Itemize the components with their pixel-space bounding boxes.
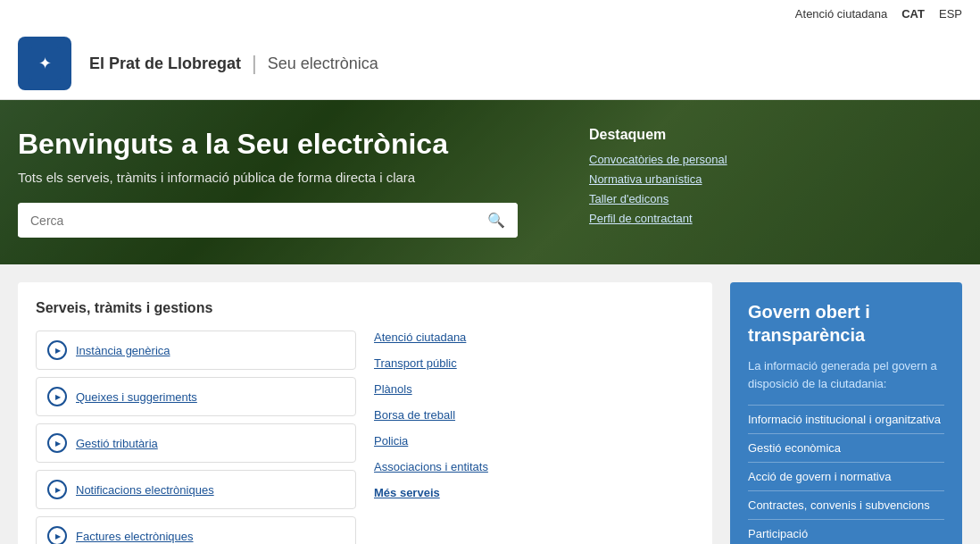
destaquem-list: Convocatòries de personal Normativa urba… (589, 152, 768, 225)
city-name: El Prat de Llobregat (89, 54, 241, 73)
right-link-4[interactable]: Policia (374, 434, 694, 448)
right-link-0[interactable]: Atenció ciutadana (374, 331, 694, 344)
header: ✦ El Prat de Llobregat | Seu electrònica (0, 28, 980, 100)
govern-section: Govern obert i transparència La informac… (730, 282, 962, 544)
service-link-0[interactable]: Instància genèrica (76, 344, 170, 357)
header-title: El Prat de Llobregat | Seu electrònica (89, 52, 378, 75)
svg-text:✦: ✦ (38, 54, 52, 72)
service-item-1[interactable]: Queixes i suggeriments (36, 377, 356, 416)
destaquem-link-0[interactable]: Convocatòries de personal (589, 153, 727, 166)
service-icon-0 (47, 340, 67, 360)
right-link-5[interactable]: Associacions i entitats (374, 460, 694, 473)
hero-left: Benvinguts a la Seu electrònica Tots els… (18, 127, 571, 238)
services-title: Serveis, tràmits i gestions (36, 300, 694, 316)
govern-link-3[interactable]: Contractes, convenis i subvencions (748, 490, 944, 519)
lang-cat[interactable]: CAT (901, 7, 925, 21)
services-col-left: Instància genèrica Queixes i suggeriment… (36, 331, 356, 544)
govern-link-4[interactable]: Participació (748, 519, 944, 544)
lang-esp[interactable]: ESP (939, 7, 962, 21)
govern-link-0[interactable]: Informació institucional i organitzativa (748, 405, 944, 433)
service-link-3[interactable]: Notificacions electròniques (76, 483, 214, 497)
govern-link-1[interactable]: Gestió econòmica (748, 433, 944, 462)
services-grid: Instància genèrica Queixes i suggeriment… (36, 331, 694, 544)
services-col-right: Atenció ciutadana Transport públic Plàno… (374, 331, 694, 544)
seu-label: Seu electrònica (268, 54, 378, 73)
atencio-link[interactable]: Atenció ciutadana (795, 7, 887, 21)
hero-title: Benvinguts a la Seu electrònica (18, 127, 571, 161)
destaquem-link-2[interactable]: Taller d'edicons (589, 192, 669, 205)
govern-desc: La informació generada pel govern a disp… (748, 357, 944, 392)
service-item-2[interactable]: Gestió tributària (36, 423, 356, 463)
search-button[interactable]: 🔍 (475, 203, 518, 238)
top-bar: Atenció ciutadana CAT ESP (0, 0, 980, 28)
search-input[interactable] (18, 205, 475, 237)
service-item-0[interactable]: Instància genèrica (36, 331, 356, 370)
govern-title: Govern obert i transparència (748, 300, 944, 347)
service-link-2[interactable]: Gestió tributària (76, 437, 158, 450)
service-icon-2 (47, 433, 67, 453)
service-icon-3 (47, 480, 67, 499)
destaquem-title: Destaquem (589, 127, 768, 143)
services-section: Serveis, tràmits i gestions Instància ge… (18, 282, 712, 544)
service-icon-1 (47, 387, 67, 406)
destaquem-link-1[interactable]: Normativa urbanística (589, 172, 702, 186)
right-link-3[interactable]: Borsa de treball (374, 408, 694, 422)
hero-banner: Benvinguts a la Seu electrònica Tots els… (0, 100, 980, 264)
hero-right: Destaquem Convocatòries de personal Norm… (571, 127, 768, 230)
service-item-3[interactable]: Notificacions electròniques (36, 470, 356, 509)
logo[interactable]: ✦ (18, 37, 71, 90)
service-link-1[interactable]: Queixes i suggeriments (76, 390, 197, 404)
service-icon-4 (47, 526, 67, 544)
right-link-1[interactable]: Transport públic (374, 356, 694, 370)
hero-subtitle: Tots els serveis, tràmits i informació p… (18, 170, 571, 185)
search-form: 🔍 (18, 203, 518, 238)
main-content: Serveis, tràmits i gestions Instància ge… (0, 264, 980, 544)
more-services-button[interactable]: Més serveis (374, 486, 694, 499)
header-divider: | (252, 52, 257, 75)
govern-link-2[interactable]: Acció de govern i normativa (748, 462, 944, 490)
right-link-2[interactable]: Plànols (374, 382, 694, 396)
service-link-4[interactable]: Factures electròniques (76, 530, 194, 543)
service-item-4[interactable]: Factures electròniques (36, 516, 356, 544)
destaquem-link-3[interactable]: Perfil de contractant (589, 212, 693, 225)
govern-links-list: Informació institucional i organitzativa… (748, 405, 944, 544)
